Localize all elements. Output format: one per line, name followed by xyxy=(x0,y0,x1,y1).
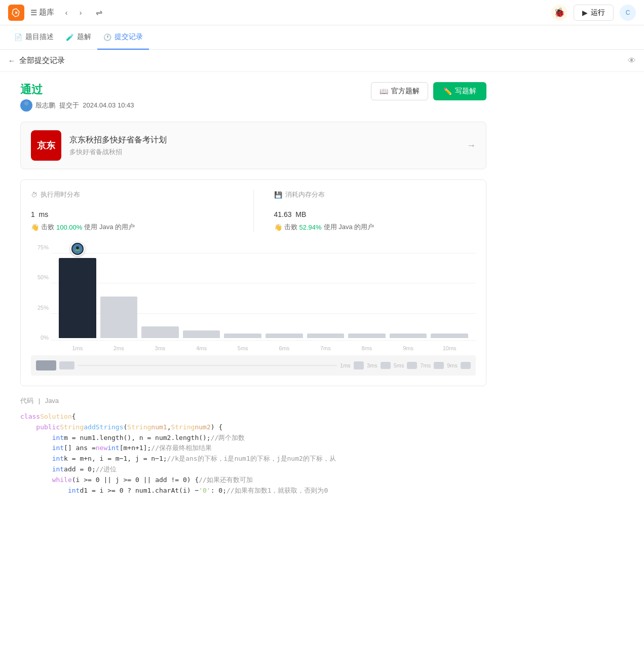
x-label-6ms: 6ms xyxy=(266,345,303,351)
ad-arrow-icon: → xyxy=(467,140,476,151)
code-line-6: int add = 0; //进位 xyxy=(20,464,486,475)
chart-x-labels: 1ms2ms3ms4ms5ms6ms7ms8ms9ms10ms xyxy=(51,345,476,351)
submitter-avatar xyxy=(20,99,32,112)
code-line-2: public String addStrings ( String num1 ,… xyxy=(20,422,486,433)
scroll-label-9ms: 9ms xyxy=(447,362,458,368)
chart-bar-2ms xyxy=(100,297,138,338)
scroll-label-1ms: 1ms xyxy=(340,362,351,368)
time-stat: ⏱ 执行用时分布 1 ms 👋 击败 100.00% 使用 Java 的用户 xyxy=(31,190,233,232)
tab-description[interactable]: 📄 题目描述 xyxy=(8,25,60,50)
scroll-thumb-2 xyxy=(59,361,74,369)
ad-logo: 京东 xyxy=(31,130,61,161)
chart-bar-6ms xyxy=(266,334,303,338)
scroll-track xyxy=(78,365,337,366)
chart-bar-5ms xyxy=(224,334,261,338)
chart-bar-8ms xyxy=(348,334,386,338)
memory-stat-header: 💾 消耗内存分布 xyxy=(274,190,476,199)
chart-bar-3ms xyxy=(141,326,179,338)
tab-bar: 📄 题目描述 🧪 题解 🕐 提交记录 xyxy=(0,25,644,50)
debug-button[interactable]: 🐞 xyxy=(551,5,567,21)
code-line-7: while (i >= 0 || j >= 0 || add != 0) { /… xyxy=(20,475,486,486)
scroll-label-3ms: 3ms xyxy=(367,362,377,368)
stats-row: ⏱ 执行用时分布 1 ms 👋 击败 100.00% 使用 Java 的用户 xyxy=(31,190,476,232)
list-icon: ☰ xyxy=(30,8,37,17)
chart-container: 75% 50% 25% 0% 1ms2ms3ms4ms5ms6ms7ms8ms9… xyxy=(31,242,476,353)
x-label-1ms: 1ms xyxy=(59,345,96,351)
time-value: 1 ms xyxy=(31,204,233,220)
scroll-thumb-4 xyxy=(381,362,391,369)
code-line-5: int k = m+n, i = m−1, j = n−1; //k是ans的下… xyxy=(20,454,486,464)
svg-point-3 xyxy=(76,246,79,249)
prev-button[interactable]: ‹ xyxy=(60,7,72,19)
status-buttons: 📖 官方题解 ✏️ 写题解 xyxy=(371,82,486,100)
time-stat-header: ⏱ 执行用时分布 xyxy=(31,190,233,199)
next-button[interactable]: › xyxy=(74,7,87,19)
status-left: 通过 殷志鹏 提交于 2024.04.03 10:43 xyxy=(20,82,371,112)
chart-bar-9ms xyxy=(390,334,427,338)
x-label-2ms: 2ms xyxy=(100,345,138,351)
chart-bar-4ms xyxy=(183,330,220,338)
svg-point-1 xyxy=(22,107,30,112)
x-label-10ms: 10ms xyxy=(431,345,468,351)
status-passed: 通过 xyxy=(20,82,371,97)
code-line-4: int [] ans = new int [m+n+1]; //保存最终相加结果 xyxy=(20,443,486,454)
logo-icon xyxy=(8,5,24,21)
top-nav: ☰ 题库 ‹ › ⇌ 🐞 ▶ 运行 C xyxy=(0,0,644,25)
tab-submission[interactable]: 🕐 提交记录 xyxy=(97,25,149,50)
ad-title: 京东秋招多快好省备考计划 xyxy=(69,135,467,145)
tab-solution-icon: 🧪 xyxy=(66,33,74,41)
shuffle-button[interactable]: ⇌ xyxy=(93,7,105,19)
submitter-info: 殷志鹏 提交于 2024.04.03 10:43 xyxy=(35,101,134,110)
grid-line-0 xyxy=(51,340,476,341)
code-block: class Solution { public String addString… xyxy=(20,412,486,496)
eye-icon: 👁 xyxy=(628,56,636,65)
scroll-thumb-7 xyxy=(461,362,471,369)
nav-title: ☰ 题库 xyxy=(30,8,54,17)
chart-bar-7ms xyxy=(307,334,345,338)
back-button[interactable]: ← xyxy=(8,57,15,65)
y-label-0: 0% xyxy=(31,335,49,341)
memory-stat: 💾 消耗内存分布 41.63 MB 👋 击败 52.94% 使用 Java 的用… xyxy=(274,190,476,232)
scroll-preview[interactable]: 1ms 3ms 5ms 7ms 9ms xyxy=(31,355,476,376)
tab-description-icon: 📄 xyxy=(14,33,22,41)
write-solution-button[interactable]: ✏️ 写题解 xyxy=(433,82,486,100)
official-solution-button[interactable]: 📖 官方题解 xyxy=(371,82,428,100)
nav-arrows: ‹ › xyxy=(60,7,87,19)
debug-icon: 🐞 xyxy=(554,7,565,18)
time-beat: 👋 击败 100.00% 使用 Java 的用户 xyxy=(31,223,233,232)
tab-solution[interactable]: 🧪 题解 xyxy=(60,25,97,50)
svg-point-0 xyxy=(24,101,28,105)
code-line-8: int d1 = i >= 0 ? num1.charAt(i) − '0' :… xyxy=(20,486,486,496)
x-label-9ms: 9ms xyxy=(390,345,427,351)
code-line-1: class Solution { xyxy=(20,412,486,422)
user-avatar-nav: C xyxy=(620,5,636,21)
clock-icon: ⏱ xyxy=(31,191,37,199)
y-label-75: 75% xyxy=(31,244,49,250)
code-section: 代码 | Java class Solution { public String… xyxy=(20,396,486,496)
x-label-3ms: 3ms xyxy=(141,345,179,351)
nav-right: 🐞 ▶ 运行 C xyxy=(551,5,636,21)
chart-bar-10ms xyxy=(431,334,468,338)
memory-beat: 👋 击败 52.94% 使用 Java 的用户 xyxy=(274,223,476,232)
play-icon: ▶ xyxy=(582,9,588,17)
wave-icon: 👋 xyxy=(31,224,39,231)
edit-icon: ✏️ xyxy=(443,87,452,95)
x-label-8ms: 8ms xyxy=(348,345,386,351)
main-content: 通过 殷志鹏 提交于 2024.04.03 10:43 📖 官方题解 ✏️ 写题… xyxy=(0,72,507,506)
ad-banner[interactable]: 京东 京东秋招多快好省备考计划 多快好省备战秋招 → xyxy=(20,122,486,169)
ad-subtitle: 多快好省备战秋招 xyxy=(69,147,467,157)
book-icon: 📖 xyxy=(380,87,388,95)
chart-area: 75% 50% 25% 0% 1ms2ms3ms4ms5ms6ms7ms8ms9… xyxy=(31,242,476,353)
scroll-thumb-3 xyxy=(354,361,364,369)
scroll-label-5ms: 5ms xyxy=(394,362,404,368)
submission-header: ← 全部提交记录 👁 xyxy=(0,50,644,72)
visibility-toggle[interactable]: 👁 xyxy=(628,56,636,65)
scroll-thumb-6 xyxy=(434,362,444,369)
y-label-25: 25% xyxy=(31,305,49,311)
x-label-7ms: 7ms xyxy=(307,345,345,351)
stats-section: ⏱ 执行用时分布 1 ms 👋 击败 100.00% 使用 Java 的用户 xyxy=(20,179,486,386)
stats-divider xyxy=(253,190,254,232)
run-button[interactable]: ▶ 运行 xyxy=(574,5,614,21)
chart-bar-1ms xyxy=(59,258,96,338)
x-label-5ms: 5ms xyxy=(224,345,261,351)
